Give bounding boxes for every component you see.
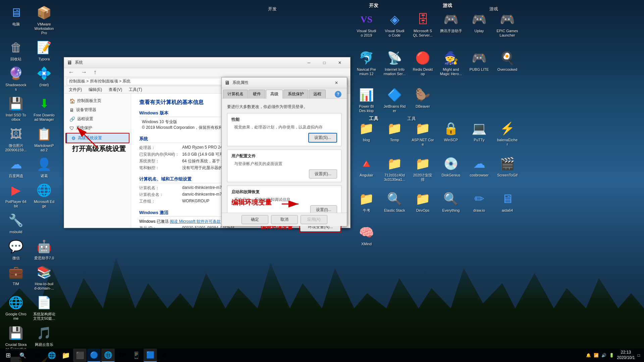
desktop-icon-devops[interactable]: 📁 DevOps bbox=[410, 190, 435, 214]
desktop-icon-pdf[interactable]: 📄 系统架构师论文范文50篇... bbox=[32, 293, 57, 322]
taskbar-map[interactable]: 🗺 bbox=[115, 349, 129, 362]
desktop-icon-powerbi[interactable]: 📊 Power BI Des ktop bbox=[354, 86, 379, 114]
desktop-icon-potplayer[interactable]: ▶ PotPlayer 64 bit bbox=[3, 181, 29, 210]
intel-icon: 💠 bbox=[36, 65, 52, 82]
close-button[interactable]: ✕ bbox=[332, 57, 347, 68]
taskbar-chrome[interactable]: 🌐 bbox=[45, 349, 58, 362]
desktop-icon-aspnetcore[interactable]: 📁 ASP.NET Cor e bbox=[410, 119, 435, 148]
desktop-icon-recycle[interactable]: 🗑 回收站 bbox=[3, 38, 29, 63]
taskbar-action-center[interactable]: □ bbox=[638, 353, 640, 358]
desktop-icon-weixin[interactable]: 💬 微信 bbox=[3, 237, 29, 262]
file-menu[interactable]: 文件(F) bbox=[65, 86, 85, 93]
desktop-icon-photo[interactable]: 🖼 微信图片 200906159... bbox=[3, 125, 29, 154]
tab-system-protection[interactable]: 系统保护 bbox=[283, 90, 308, 98]
start-button[interactable]: ⊞ bbox=[0, 349, 16, 362]
cancel-button[interactable]: 取消 bbox=[271, 215, 298, 224]
taskbar-explorer[interactable]: 📁 bbox=[59, 349, 72, 362]
desktop-icon-redis[interactable]: 🔴 Redis Deskt op bbox=[410, 49, 435, 77]
desktop-icon-zhuge[interactable]: 👤 诸葛 bbox=[32, 155, 57, 179]
desktop-icon-intel[interactable]: 💠 (Intel) bbox=[32, 64, 57, 93]
desktop-icon-diskgenius[interactable]: 💿 DiskGenius bbox=[438, 154, 464, 183]
desktop-icon-tim[interactable]: 💼 TIM bbox=[3, 263, 29, 292]
desktop-icon-sqlserver[interactable]: 🗄 Microsoft S QL Server... bbox=[410, 10, 435, 39]
desktop-icon-angular[interactable]: 🔺 Angulair bbox=[354, 154, 379, 183]
apply-button[interactable]: 应用(A) bbox=[301, 215, 327, 224]
desktop-icon-msbuild[interactable]: 🔧 msbuild bbox=[3, 211, 29, 236]
powerbi-icon: 📊 bbox=[359, 87, 375, 103]
desktop-icon-winscp[interactable]: 🔒 WinSCP bbox=[438, 119, 464, 148]
taskbar-search-button[interactable]: 🔍 bbox=[16, 349, 30, 362]
desktop-icon-howto[interactable]: 📚 How-to-buil d-domain-... bbox=[32, 263, 57, 292]
desktop-icon-everything[interactable]: 🔍 Everything bbox=[438, 190, 464, 214]
desktop-icon-elasticstack[interactable]: 🔍 Elastic Stack bbox=[382, 190, 407, 214]
desktop-icon-netease[interactable]: 🎵 网易云音乐 bbox=[32, 324, 57, 353]
maximize-button[interactable]: □ bbox=[317, 57, 332, 68]
performance-settings-btn[interactable]: 设置(S)... bbox=[308, 133, 337, 143]
desktop-icon-navicat[interactable]: 🐬 Navicat Pre mium 12 bbox=[354, 49, 379, 77]
ram-value: 16.0 GB (14.9 GB 可用) bbox=[182, 152, 225, 157]
desktop-icon-xmind[interactable]: 🧠 XMind bbox=[354, 223, 379, 248]
taskbar-phone[interactable]: 📱 bbox=[129, 349, 143, 362]
back-button[interactable]: ← bbox=[67, 69, 75, 76]
desktop-icon-ssd[interactable]: 💾 Intel SSD To olbox bbox=[3, 94, 29, 123]
desktop-icon-iis[interactable]: 📡 Internet Info rmation Ser... bbox=[382, 49, 407, 77]
activation-link[interactable]: 阅读 Microsoft 软件许可条款 bbox=[170, 219, 220, 224]
tools-menu[interactable]: 工具(T) bbox=[125, 86, 145, 93]
desktop-icon-epic[interactable]: 🎮 EPIC Games Launcher bbox=[495, 10, 520, 39]
desktop-icon-tencent-game[interactable]: 🎮 腾讯手游助手 bbox=[438, 10, 464, 39]
cosbrowser-icon: ☁ bbox=[471, 156, 487, 172]
tab-hardware[interactable]: 硬件 bbox=[249, 90, 265, 98]
desktop-icon-aisi[interactable]: 🤖 爱思助手7.0 bbox=[32, 237, 57, 262]
desktop-icon-cosbrowser[interactable]: ☁ cosbrowser bbox=[467, 154, 492, 183]
user-profiles-settings-btn[interactable]: 设置(E)... bbox=[309, 169, 337, 178]
help-button[interactable]: ? bbox=[335, 91, 341, 98]
desktop-icon-blog[interactable]: 📁 blog bbox=[354, 119, 379, 148]
taskbar-taskview[interactable]: ⊟ bbox=[31, 349, 44, 362]
ok-button[interactable]: 确定 bbox=[241, 215, 268, 224]
up-button[interactable]: ↑ bbox=[92, 69, 98, 76]
desktop-icon-jetbrains[interactable]: 🔷 JetBrains Rid er bbox=[382, 86, 407, 114]
desktop-icon-uplay[interactable]: 🎮 Uplay bbox=[467, 10, 492, 39]
sidebar-home[interactable]: 🏠 控制面板主页 bbox=[64, 96, 131, 105]
desktop-icon-712[interactable]: 📁 712d31c40d 3c0130ea1... bbox=[382, 154, 407, 183]
desktop-icon-mightmagic[interactable]: 🧙 Might and Magic Hero... bbox=[438, 49, 464, 77]
desktop-icon-baidu[interactable]: ☁ 百度网盘 bbox=[3, 155, 29, 179]
desktop-icon-msedge[interactable]: 🌐 Microsoft Ed ge bbox=[32, 181, 57, 210]
right-icons-row3: 📊 Power BI Des ktop 🔷 JetBrains Rid er 🦫… bbox=[354, 86, 522, 114]
dialog-close-btn[interactable]: ✕ bbox=[329, 77, 344, 88]
sidebar-device-mgr[interactable]: 🖥 设备管理器 bbox=[64, 105, 131, 114]
edit-menu[interactable]: 编辑(E) bbox=[85, 86, 105, 93]
desktop-icon-balena[interactable]: ⚡ balenaEtche r bbox=[495, 119, 520, 148]
tab-advanced[interactable]: 高级 bbox=[266, 90, 283, 99]
desktop-icon-temp[interactable]: 📁 Temp bbox=[382, 119, 407, 148]
taskbar-app2[interactable]: 🟦 bbox=[144, 349, 157, 362]
desktop-icon-freedl[interactable]: ⬇ Free Downlo ad Manager bbox=[32, 94, 57, 123]
taskbar-chrome2[interactable]: 🌐 bbox=[101, 349, 115, 362]
desktop-icon-vmware[interactable]: 📦 VMware Workstation Pro bbox=[32, 3, 57, 37]
desktop-icon-gukao[interactable]: 📁 牛考 bbox=[354, 190, 379, 214]
taskbar-app1[interactable]: 🔵 bbox=[87, 349, 101, 362]
minimize-button[interactable]: ─ bbox=[301, 57, 317, 68]
desktop-icon-plan2021[interactable]: 📁 2020计划安 排 bbox=[410, 154, 435, 183]
desktop-icon-crucial[interactable]: 💾 Crucial Stora ge Executive bbox=[3, 324, 29, 353]
tab-remote[interactable]: 远程 bbox=[309, 90, 326, 98]
desktop-icon-overcooked[interactable]: 🍳 Overcooked bbox=[495, 49, 520, 77]
desktop-icon-markdownpad[interactable]: 📋 MarkdownP ad 2 bbox=[32, 125, 57, 154]
forward-button[interactable]: → bbox=[79, 69, 88, 76]
taskbar-terminal[interactable]: ⬛ bbox=[73, 349, 87, 362]
tab-computer-name[interactable]: 计算机名 bbox=[223, 90, 248, 98]
desktop-icon-pubg[interactable]: 🎮 PUBG LITE bbox=[467, 49, 492, 77]
desktop-icon-computer[interactable]: 🖥 电脑 bbox=[3, 3, 29, 37]
desktop-icon-vscode[interactable]: ◈ Visual Studi o Code bbox=[382, 10, 407, 39]
desktop-icon-drawio[interactable]: ✏ draw.io bbox=[467, 190, 492, 214]
desktop-icon-vs2019[interactable]: VS Visual Studi o 2019 bbox=[354, 10, 379, 39]
desktop-icon-aida64[interactable]: 🖥 aida64 bbox=[495, 190, 520, 214]
desktop-icon-shadowsocks[interactable]: 🔮 Shadowsock s bbox=[3, 64, 29, 93]
desktop-icon-putty[interactable]: 💻 PuTTy bbox=[467, 119, 492, 148]
desktop-icon-screentogif[interactable]: 🎬 ScreenToGif bbox=[495, 154, 520, 183]
view-menu[interactable]: 查看(V) bbox=[105, 86, 125, 93]
desktop-icon-chrome[interactable]: 🌐 Google Chro me bbox=[3, 293, 29, 322]
desktop-icon-typora[interactable]: 📝 Typora bbox=[32, 38, 57, 63]
taskbar-app3[interactable]: 🖥 bbox=[158, 349, 171, 362]
desktop-icon-dbeaver[interactable]: 🦫 DBeaver bbox=[410, 86, 435, 114]
